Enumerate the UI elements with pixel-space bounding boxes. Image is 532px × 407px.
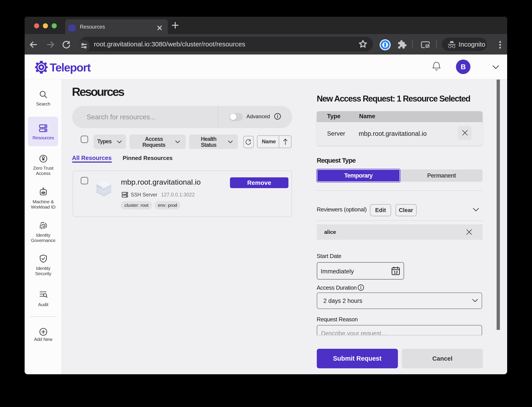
svg-text:12: 12: [394, 270, 398, 274]
